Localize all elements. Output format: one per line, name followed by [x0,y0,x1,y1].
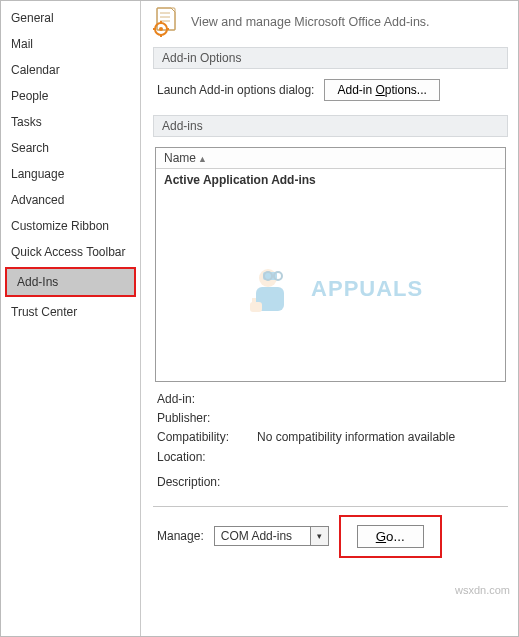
detail-addin-label: Add-in: [157,390,247,409]
highlight-annotation: Add-Ins [5,267,136,297]
options-sidebar: General Mail Calendar People Tasks Searc… [1,1,141,636]
detail-description-label: Description: [157,473,247,492]
sidebar-item-search[interactable]: Search [1,135,140,161]
svg-rect-14 [256,287,284,311]
svg-point-10 [259,269,277,287]
sidebar-item-people[interactable]: People [1,83,140,109]
sort-asc-icon: ▲ [198,154,207,164]
column-header-name[interactable]: Name▲ [156,148,505,169]
sidebar-item-advanced[interactable]: Advanced [1,187,140,213]
detail-location-label: Location: [157,448,247,467]
sidebar-item-general[interactable]: General [1,5,140,31]
chevron-down-icon[interactable]: ▾ [310,527,328,545]
watermark-logo: APPUALS [156,258,505,328]
go-button[interactable]: Go... [357,525,424,548]
svg-rect-7 [160,34,162,37]
sidebar-item-tasks[interactable]: Tasks [1,109,140,135]
svg-rect-11 [263,272,277,280]
manage-select[interactable]: COM Add-ins ▾ [214,526,329,546]
svg-rect-8 [153,28,156,30]
detail-compatibility-label: Compatibility: [157,428,247,447]
addin-details: Add-in: Publisher: Compatibility: No com… [157,390,504,492]
sidebar-item-customize-ribbon[interactable]: Customize Ribbon [1,213,140,239]
sidebar-item-mail[interactable]: Mail [1,31,140,57]
svg-point-12 [264,272,272,280]
sidebar-item-calendar[interactable]: Calendar [1,57,140,83]
sidebar-item-add-ins[interactable]: Add-Ins [7,269,134,295]
page-title: View and manage Microsoft Office Add-ins… [191,15,430,29]
sidebar-item-quick-access-toolbar[interactable]: Quick Access Toolbar [1,239,140,265]
svg-rect-6 [160,21,162,24]
manage-label: Manage: [157,529,204,543]
divider [153,506,508,507]
list-group-active: Active Application Add-ins [156,169,505,191]
addin-options-button[interactable]: Add-in Options... [324,79,439,101]
sidebar-item-language[interactable]: Language [1,161,140,187]
section-header-addin-options: Add-in Options [153,47,508,69]
svg-rect-16 [252,298,256,306]
detail-compatibility-value: No compatibility information available [257,428,455,447]
manage-select-value: COM Add-ins [215,527,310,545]
addins-list[interactable]: Name▲ Active Application Add-ins APPUALS [155,147,506,382]
highlight-annotation-go: Go... [339,515,442,558]
sidebar-item-trust-center[interactable]: Trust Center [1,299,140,325]
main-panel: View and manage Microsoft Office Add-ins… [141,1,518,636]
svg-rect-9 [166,28,169,30]
svg-rect-15 [250,302,262,312]
watermark-site: wsxdn.com [455,584,510,596]
svg-point-13 [274,272,282,280]
section-header-addins: Add-ins [153,115,508,137]
svg-point-5 [159,27,163,31]
launch-options-label: Launch Add-in options dialog: [157,83,314,97]
detail-publisher-label: Publisher: [157,409,247,428]
addins-page-icon [153,7,181,37]
